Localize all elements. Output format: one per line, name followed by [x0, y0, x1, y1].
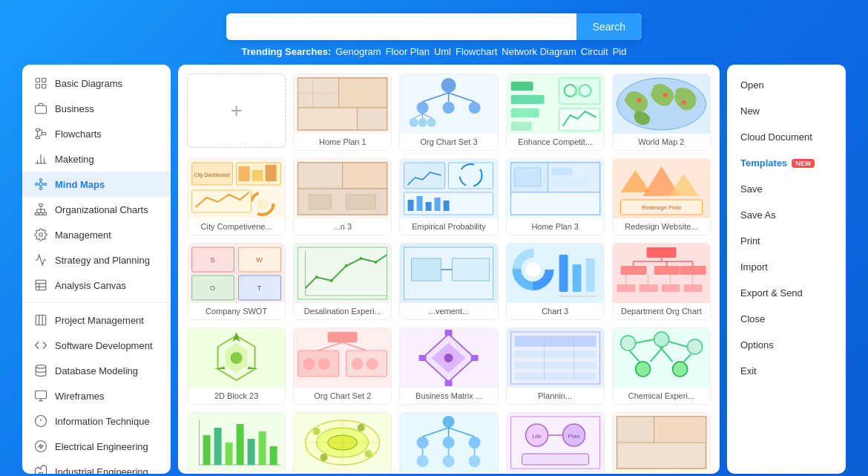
trending-uml[interactable]: Uml	[434, 46, 451, 57]
template-content: + Home Plan 1	[178, 65, 720, 474]
sidebar-item-mind-maps[interactable]: Mind Maps	[22, 172, 171, 197]
template-card-dept-org-chart[interactable]: Department Org Chart	[612, 243, 711, 320]
right-panel-exit[interactable]: Exit	[727, 358, 846, 384]
sidebar: Basic Diagrams Business Flowcharts Maket…	[22, 65, 171, 474]
right-panel-cloud-document[interactable]: Cloud Document	[727, 124, 846, 150]
right-panel-open[interactable]: Open	[727, 72, 846, 98]
template-label-prev: ...n 3	[294, 218, 391, 235]
svg-rect-146	[572, 264, 581, 292]
trending-circuit[interactable]: Circuit	[581, 46, 608, 57]
right-panel-options[interactable]: Options	[727, 332, 846, 358]
search-button[interactable]: Search	[576, 13, 642, 40]
template-thumb-world-map-2	[613, 74, 710, 134]
right-panel-save-as[interactable]: Save As	[727, 202, 846, 228]
right-panel-close[interactable]: Close	[727, 306, 846, 332]
right-panel-templates[interactable]: Templates NEW	[727, 150, 846, 176]
right-panel-print[interactable]: Print	[727, 228, 846, 254]
template-card-movement-prev[interactable]: ...vement...	[399, 243, 498, 320]
svg-text:Plan: Plan	[568, 433, 579, 440]
template-card-org-chart-3[interactable]: Org Chart Set 3	[399, 74, 498, 151]
svg-rect-70	[510, 82, 533, 91]
svg-rect-91	[192, 190, 251, 212]
right-panel-save[interactable]: Save	[727, 176, 846, 202]
template-card-world-map-2[interactable]: World Map 2	[612, 74, 711, 151]
template-card-home-plan-3[interactable]: Home Plan 3	[506, 158, 605, 235]
svg-point-230	[443, 455, 455, 467]
sidebar-item-flowcharts[interactable]: Flowcharts	[22, 121, 171, 146]
template-card-empirical-prob[interactable]: Empirical Probability	[399, 158, 498, 235]
svg-point-80	[637, 98, 641, 102]
svg-point-178	[318, 358, 330, 370]
trending-floor-plan[interactable]: Floor Plan	[386, 46, 430, 57]
kanban-icon	[34, 313, 47, 327]
template-card-city-competivene[interactable]: City Dashboard City Competivene...	[187, 158, 286, 235]
search-input[interactable]	[226, 13, 576, 40]
template-card-column-chart[interactable]: Column Chart an...	[187, 412, 286, 474]
svg-point-16	[36, 183, 38, 186]
trending-flowchart[interactable]: Flowchart	[456, 46, 497, 57]
template-thumb-home-plan-3	[507, 159, 604, 218]
svg-rect-36	[36, 315, 46, 325]
template-card-english-part-of-sp[interactable]: English Part Of Sp...	[293, 412, 392, 474]
svg-rect-25	[43, 213, 47, 215]
sidebar-item-electrical[interactable]: Electrical Engineering	[22, 434, 171, 459]
svg-point-226	[417, 437, 429, 449]
chart-line-icon	[34, 253, 47, 267]
svg-point-132	[315, 276, 318, 278]
sidebar-item-project-mgmt[interactable]: Project Management	[22, 307, 171, 333]
template-thumb-desalination-experi	[294, 244, 391, 303]
right-panel-export-send[interactable]: Export & Send	[727, 280, 846, 306]
svg-rect-54	[358, 108, 387, 130]
svg-rect-185	[445, 330, 453, 336]
sidebar-item-marketing[interactable]: Maketing	[22, 146, 171, 172]
template-card-business-matrix[interactable]: Business Matrix ...	[399, 327, 498, 405]
sidebar-item-strategy[interactable]: Strategy and Planning	[22, 247, 171, 273]
table-icon	[34, 278, 47, 292]
sidebar-item-analysis[interactable]: Analysis Canvas	[22, 273, 171, 298]
template-label-business-matrix: Business Matrix ...	[400, 388, 497, 404]
right-panel-import[interactable]: Import	[727, 254, 846, 280]
template-card-desalination-experi[interactable]: Desalination Experi...	[293, 243, 392, 320]
svg-marker-170	[248, 363, 259, 369]
svg-rect-103	[417, 196, 423, 211]
sidebar-item-org-charts[interactable]: Organizational Charts	[22, 197, 171, 222]
svg-point-223	[320, 454, 328, 461]
template-card-home-plan-1[interactable]: Home Plan 1	[293, 74, 392, 151]
sidebar-item-software-dev[interactable]: Software Development	[22, 333, 171, 358]
right-panel-cloud-label: Cloud Document	[740, 131, 812, 143]
template-card-2d-block-23[interactable]: 2D Block 23	[187, 327, 286, 405]
right-panel-new[interactable]: New	[727, 98, 846, 124]
sidebar-label-org-charts: Organizational Charts	[55, 204, 148, 215]
trending-network-diagram[interactable]: Network Diagram	[502, 46, 576, 57]
trending-pid[interactable]: Pid	[613, 46, 627, 57]
template-card-flowchart-sample[interactable]: Flowchart Sample	[399, 412, 498, 474]
svg-line-202	[668, 342, 687, 347]
template-card-chart-3[interactable]: Chart 3	[506, 243, 605, 320]
template-label-life-plan: Life Plan	[507, 472, 604, 474]
sidebar-item-industrial[interactable]: Industrial Engineering	[22, 459, 171, 474]
template-label-enhance-competit: Enhance Competit...	[507, 134, 604, 150]
template-card-planning-prev[interactable]: Plannin...	[506, 327, 605, 405]
template-card-redesign-website[interactable]: Redesign Flow Redesign Website...	[612, 158, 711, 235]
svg-rect-112	[551, 168, 572, 175]
sidebar-item-management[interactable]: Management	[22, 222, 171, 247]
sidebar-item-info-tech[interactable]: Information Technique	[22, 408, 171, 434]
template-card-company-swot[interactable]: S W O T Company SWOT	[187, 243, 286, 320]
sidebar-item-basic-diagrams[interactable]: Basic Diagrams	[22, 71, 171, 96]
svg-text:S: S	[211, 256, 215, 264]
template-label-org-chart-3: Org Chart Set 3	[400, 134, 497, 150]
svg-line-63	[449, 93, 475, 102]
svg-rect-88	[266, 165, 277, 181]
template-card-org-chart-set-2[interactable]: Org Chart Set 2	[293, 327, 392, 405]
sidebar-item-business[interactable]: Business	[22, 96, 171, 121]
template-card-home-plan-3-prev[interactable]: ...n 3	[293, 158, 392, 235]
svg-point-58	[417, 102, 429, 114]
template-card-bottom-1[interactable]: ...	[612, 412, 711, 474]
new-template-card[interactable]: +	[187, 74, 286, 148]
template-card-enhance-competit[interactable]: Enhance Competit...	[506, 74, 605, 151]
sidebar-item-database[interactable]: Database Modeling	[22, 358, 171, 383]
trending-genogram[interactable]: Genogram	[335, 46, 381, 57]
template-card-life-plan[interactable]: Life Plan Life Plan	[506, 412, 605, 474]
sidebar-item-wireframes[interactable]: Wireframes	[22, 383, 171, 408]
template-card-chemical-experi[interactable]: Chemical Experi...	[612, 327, 711, 405]
